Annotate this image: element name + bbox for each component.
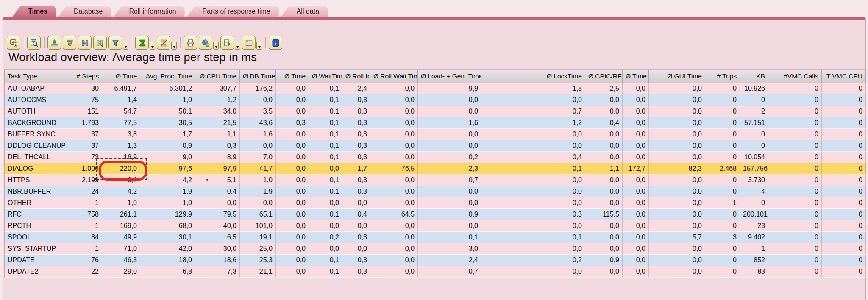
table-cell[interactable]: 7,0: [240, 152, 276, 163]
table-cell[interactable]: 0,0: [370, 140, 418, 152]
table-cell[interactable]: 0,0: [623, 243, 649, 255]
table-cell[interactable]: 0,0: [623, 152, 649, 163]
sum-dropdown-arrow[interactable]: [150, 42, 155, 50]
table-cell[interactable]: 0,0: [649, 220, 705, 232]
table-cell[interactable]: 30,5: [140, 117, 195, 129]
table-cell[interactable]: 0: [822, 220, 866, 232]
table-cell[interactable]: 0,2: [418, 152, 481, 163]
table-cell[interactable]: 0,0: [585, 94, 623, 106]
table-cell[interactable]: 34,0: [195, 106, 240, 117]
table-cell[interactable]: 2: [740, 106, 768, 117]
tab-roll-information[interactable]: Roll information: [113, 6, 184, 17]
column-header-roll-wait-time[interactable]: Ø Roll Wait Time: [370, 69, 418, 83]
table-cell[interactable]: 0,0: [623, 209, 649, 220]
table-cell[interactable]: 169,0: [102, 220, 140, 232]
table-cell[interactable]: 0,0: [585, 243, 623, 255]
table-cell[interactable]: 0,7: [418, 266, 481, 278]
table-cell[interactable]: 0,1: [309, 117, 342, 129]
table-cell[interactable]: 1,6: [418, 117, 481, 129]
task-type-cell[interactable]: DDLOG CLEANUP: [5, 140, 68, 152]
table-cell[interactable]: 0,0: [276, 83, 309, 94]
table-cell[interactable]: 0,0: [240, 94, 276, 106]
table-cell[interactable]: 0: [822, 83, 866, 94]
sort-ascending-button[interactable]: [47, 36, 61, 50]
column-header-kb[interactable]: KB: [740, 69, 768, 83]
table-cell[interactable]: 0: [705, 220, 740, 232]
table-cell[interactable]: 0,0: [370, 129, 418, 140]
table-cell[interactable]: 0: [768, 117, 822, 129]
table-cell[interactable]: 157.756: [740, 163, 768, 175]
table-cell[interactable]: 0,0: [276, 243, 309, 255]
table-cell[interactable]: 0,1: [309, 129, 342, 140]
table-cell[interactable]: 6,8: [140, 266, 195, 278]
table-cell[interactable]: 0: [705, 209, 740, 220]
table-cell[interactable]: 49,9: [102, 232, 140, 243]
table-cell[interactable]: 0,0: [481, 243, 585, 255]
export-button[interactable]: [220, 36, 234, 50]
table-cell[interactable]: 0,0: [418, 140, 481, 152]
table-cell[interactable]: 1,0: [240, 175, 276, 186]
table-cell[interactable]: 1,6: [240, 129, 276, 140]
table-cell[interactable]: 0,0: [276, 175, 309, 186]
table-cell[interactable]: 0: [822, 266, 866, 278]
choose-layout-button[interactable]: [242, 36, 256, 50]
table-cell[interactable]: 0: [768, 186, 822, 197]
table-cell[interactable]: 9,9: [418, 83, 481, 94]
table-cell[interactable]: 0: [822, 152, 866, 163]
table-cell[interactable]: 151: [68, 106, 102, 117]
table-cell[interactable]: 0: [822, 209, 866, 220]
table-cell[interactable]: 0,1: [309, 140, 342, 152]
table-cell[interactable]: 6,4: [102, 175, 140, 186]
task-type-cell[interactable]: AUTOCCMS: [5, 94, 68, 106]
table-cell[interactable]: 1: [705, 197, 740, 209]
views-button[interactable]: [199, 36, 212, 50]
table-cell[interactable]: 1.006: [68, 163, 102, 175]
table-cell[interactable]: 0: [705, 266, 740, 278]
table-cell[interactable]: 0,0: [585, 175, 623, 186]
task-type-cell[interactable]: HTTPS: [5, 175, 68, 186]
table-cell[interactable]: 0,0: [481, 220, 585, 232]
table-cell[interactable]: 0,0: [276, 255, 309, 266]
table-cell[interactable]: 0: [768, 175, 822, 186]
table-cell[interactable]: 172,7: [623, 163, 649, 175]
table-cell[interactable]: 0,0: [370, 83, 418, 94]
table-cell[interactable]: 0,0: [623, 140, 649, 152]
table-cell[interactable]: 3,0: [418, 243, 481, 255]
table-cell[interactable]: 0,1: [309, 255, 342, 266]
table-cell[interactable]: 0,0: [623, 129, 649, 140]
table-cell[interactable]: 3.730: [740, 175, 768, 186]
table-cell[interactable]: 2,4: [342, 83, 370, 94]
table-cell[interactable]: 77,5: [102, 117, 140, 129]
table-cell[interactable]: 0,0: [418, 129, 481, 140]
table-cell[interactable]: 852: [740, 255, 768, 266]
column-header-roll-in[interactable]: Ø Roll In~: [342, 69, 370, 83]
filter-dropdown-arrow[interactable]: [123, 42, 128, 50]
table-cell[interactable]: 0,0: [585, 266, 623, 278]
table-cell[interactable]: 0: [822, 243, 866, 255]
task-type-cell[interactable]: SPOOL: [5, 232, 68, 243]
table-cell[interactable]: 0,1: [481, 232, 585, 243]
table-cell[interactable]: 0,0: [649, 243, 705, 255]
table-cell[interactable]: 0,1: [309, 94, 342, 106]
table-cell[interactable]: 0: [768, 106, 822, 117]
table-cell[interactable]: 0,0: [370, 232, 418, 243]
column-header-db-time[interactable]: Ø DB Time: [240, 69, 276, 83]
table-cell[interactable]: 0: [705, 83, 740, 94]
table-cell[interactable]: 0,0: [370, 94, 418, 106]
table-cell[interactable]: 1,0: [102, 197, 140, 209]
column-header-time[interactable]: Ø Time: [102, 69, 140, 83]
table-cell[interactable]: 82,3: [649, 163, 705, 175]
table-cell[interactable]: 0,0: [276, 232, 309, 243]
sum-button[interactable]: [135, 36, 149, 50]
task-type-cell[interactable]: OTHER: [5, 197, 68, 209]
column-header-time[interactable]: Ø Time: [276, 69, 309, 83]
table-cell[interactable]: 1,2: [195, 94, 240, 106]
table-cell[interactable]: 30,0: [195, 243, 240, 255]
table-cell[interactable]: 21,5: [195, 117, 240, 129]
table-cell[interactable]: 21,1: [240, 266, 276, 278]
table-cell[interactable]: 0,0: [623, 220, 649, 232]
table-cell[interactable]: 0: [822, 232, 866, 243]
table-cell[interactable]: 6.491,7: [102, 83, 140, 94]
table-cell[interactable]: 0: [705, 186, 740, 197]
table-cell[interactable]: 9.402: [740, 232, 768, 243]
